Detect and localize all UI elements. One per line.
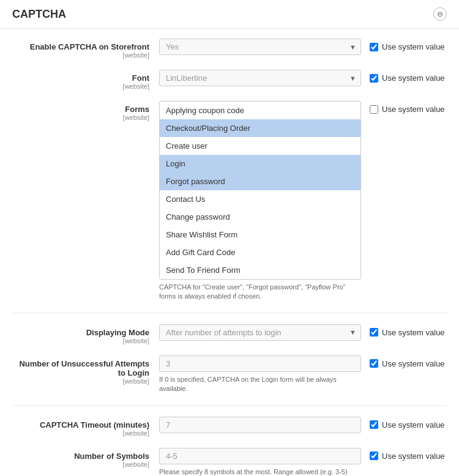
number-symbols-system-checkbox[interactable]	[370, 452, 378, 460]
unsuccessful-attempts-system-col: Use system value	[361, 355, 447, 368]
number-symbols-system-checkbox-label[interactable]: Use system value	[370, 452, 447, 461]
unsuccessful-attempts-system-checkbox[interactable]	[370, 359, 378, 368]
unsuccessful-attempts-row: Number of Unsuccessful Attempts to Login…	[12, 355, 447, 394]
number-symbols-control: Please specify 8 symbols at the most. Ra…	[159, 448, 361, 476]
divider-2	[12, 405, 447, 406]
displaying-mode-system-label: Use system value	[382, 328, 445, 337]
displaying-mode-select[interactable]: After number of attempts to login	[159, 324, 361, 341]
number-symbols-system-label: Use system value	[382, 452, 445, 461]
listbox-item-forgot-password[interactable]: Forgot password	[160, 173, 360, 190]
captcha-timeout-system-checkbox[interactable]	[370, 420, 378, 429]
font-row: Font [website] LinLibertine ▼ Use system…	[12, 70, 447, 90]
enable-captcha-select[interactable]: Yes No	[159, 39, 361, 55]
number-symbols-help: Please specify 8 symbols at the most. Ra…	[159, 467, 361, 476]
listbox-item-send-friend[interactable]: Send To Friend Form	[160, 261, 360, 279]
enable-captcha-label: Enable CAPTCHA on Storefront	[12, 42, 149, 51]
font-select[interactable]: LinLibertine	[159, 70, 361, 86]
captcha-timeout-row: CAPTCHA Timeout (minutes) [website] Use …	[12, 417, 447, 437]
unsuccessful-attempts-help: If 0 is specified, CAPTCHA on the Login …	[159, 375, 361, 394]
enable-captcha-row: Enable CAPTCHA on Storefront [website] Y…	[12, 39, 447, 59]
enable-captcha-label-col: Enable CAPTCHA on Storefront [website]	[12, 39, 159, 59]
captcha-timeout-system-col: Use system value	[361, 417, 447, 430]
forms-label: Forms	[12, 105, 149, 114]
captcha-timeout-sub: [website]	[12, 430, 149, 437]
listbox-item-add-gift-card[interactable]: Add Gift Card Code	[160, 244, 360, 261]
forms-system-col: Use system value	[361, 101, 447, 114]
captcha-timeout-system-label: Use system value	[382, 420, 445, 430]
unsuccessful-attempts-control: If 0 is specified, CAPTCHA on the Login …	[159, 355, 361, 394]
unsuccessful-attempts-label-col: Number of Unsuccessful Attempts to Login…	[12, 355, 159, 385]
displaying-mode-system-checkbox[interactable]	[370, 328, 378, 337]
displaying-mode-label-col: Displaying Mode [website]	[12, 324, 159, 344]
listbox-item-applying-coupon[interactable]: Applying coupon code	[160, 102, 360, 119]
listbox-item-login[interactable]: Login	[160, 155, 360, 173]
displaying-mode-select-wrapper: After number of attempts to login ▼	[159, 324, 361, 341]
forms-label-col: Forms [website]	[12, 101, 159, 121]
captcha-timeout-input[interactable]	[159, 417, 361, 433]
unsuccessful-attempts-input[interactable]	[159, 355, 361, 372]
forms-sub: [website]	[12, 114, 149, 121]
enable-captcha-system-checkbox[interactable]	[370, 43, 378, 51]
listbox-item-contact-us[interactable]: Contact Us	[160, 190, 360, 208]
unsuccessful-attempts-sub: [website]	[12, 377, 149, 385]
font-system-label: Use system value	[382, 73, 445, 83]
forms-control: Applying coupon code Checkout/Placing Or…	[159, 101, 361, 302]
enable-captcha-system-checkbox-label[interactable]: Use system value	[370, 42, 447, 51]
number-symbols-input[interactable]	[159, 448, 361, 464]
collapse-icon[interactable]: ⊖	[433, 7, 447, 21]
listbox-item-checkout[interactable]: Checkout/Placing Order	[160, 119, 360, 137]
number-symbols-system-col: Use system value	[361, 448, 447, 461]
font-control: LinLibertine ▼	[159, 70, 361, 86]
enable-captcha-select-wrapper: Yes No ▼	[159, 39, 361, 55]
captcha-timeout-label: CAPTCHA Timeout (minutes)	[12, 420, 149, 430]
number-symbols-row: Number of Symbols [website] Please speci…	[12, 448, 447, 476]
forms-row: Forms [website] Applying coupon code Che…	[12, 101, 447, 302]
number-symbols-sub: [website]	[12, 461, 149, 468]
captcha-timeout-label-col: CAPTCHA Timeout (minutes) [website]	[12, 417, 159, 437]
divider-1	[12, 313, 447, 313]
font-system-checkbox[interactable]	[370, 74, 378, 83]
font-sub: [website]	[12, 83, 149, 90]
captcha-timeout-control	[159, 417, 361, 433]
captcha-timeout-system-checkbox-label[interactable]: Use system value	[370, 420, 447, 430]
unsuccessful-attempts-system-label: Use system value	[382, 359, 445, 368]
displaying-mode-control: After number of attempts to login ▼	[159, 324, 361, 341]
font-label-col: Font [website]	[12, 70, 159, 90]
forms-system-label: Use system value	[382, 105, 445, 114]
font-system-checkbox-label[interactable]: Use system value	[370, 73, 447, 83]
listbox-item-share-wishlist[interactable]: Share Wishlist Form	[160, 226, 360, 244]
enable-captcha-system-col: Use system value	[361, 39, 447, 51]
forms-system-checkbox-label[interactable]: Use system value	[370, 105, 447, 114]
forms-listbox[interactable]: Applying coupon code Checkout/Placing Or…	[159, 101, 361, 280]
displaying-mode-label: Displaying Mode	[12, 328, 149, 337]
enable-captcha-sub: [website]	[12, 51, 149, 59]
listbox-item-create-user[interactable]: Create user	[160, 137, 360, 155]
displaying-mode-system-checkbox-label[interactable]: Use system value	[370, 328, 447, 337]
listbox-item-change-password[interactable]: Change password	[160, 208, 360, 226]
font-label: Font	[12, 73, 149, 83]
number-symbols-label-col: Number of Symbols [website]	[12, 448, 159, 468]
unsuccessful-attempts-system-checkbox-label[interactable]: Use system value	[370, 359, 447, 368]
forms-help-text: CAPTCHA for "Create user", "Forgot passw…	[159, 283, 361, 302]
page-header: CAPTCHA ⊖	[0, 0, 459, 29]
unsuccessful-attempts-label: Number of Unsuccessful Attempts to Login	[12, 359, 149, 377]
displaying-mode-sub: [website]	[12, 337, 149, 344]
font-select-wrapper: LinLibertine ▼	[159, 70, 361, 86]
enable-captcha-control: Yes No ▼	[159, 39, 361, 55]
displaying-mode-row: Displaying Mode [website] After number o…	[12, 324, 447, 344]
forms-system-checkbox[interactable]	[370, 105, 378, 114]
font-system-col: Use system value	[361, 70, 447, 83]
number-symbols-label: Number of Symbols	[12, 452, 149, 461]
form-body: Enable CAPTCHA on Storefront [website] Y…	[0, 29, 459, 476]
displaying-mode-system-col: Use system value	[361, 324, 447, 337]
page-title: CAPTCHA	[12, 8, 66, 21]
enable-captcha-system-label: Use system value	[382, 42, 445, 51]
